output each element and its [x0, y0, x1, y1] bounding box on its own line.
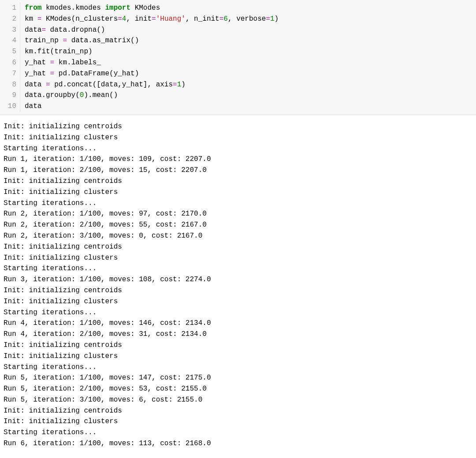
- code-token-operator: =: [152, 15, 156, 23]
- code-token-name: pd.concat([data,y_hat], axis: [50, 81, 173, 89]
- code-token-number: 1: [177, 81, 182, 89]
- code-token-keyword: from: [25, 4, 41, 12]
- code-line[interactable]: data= data.dropna(): [25, 25, 279, 36]
- code-token-number: 1: [270, 15, 275, 23]
- line-number-gutter: 12345678910: [0, 3, 20, 112]
- output-line: Run 2, iteration: 2/100, moves: 55, cost…: [4, 220, 472, 231]
- output-line: Starting iterations...: [4, 362, 472, 373]
- code-token-string: 'Huang': [156, 15, 186, 23]
- code-token-name: data.dropna(): [46, 26, 105, 34]
- line-number: 5: [0, 46, 16, 57]
- code-token-number: 0: [80, 91, 84, 99]
- code-token-operator: =: [63, 37, 67, 45]
- code-token-number: 6: [223, 15, 228, 23]
- code-token-name: km.labels_: [54, 59, 101, 67]
- output-line: Run 4, iteration: 1/100, moves: 146, cos…: [4, 318, 472, 329]
- code-token-name: ): [275, 15, 279, 23]
- code-token-name: , n_init: [186, 15, 219, 23]
- code-body[interactable]: from kmodes.kmodes import KModeskm = KMo…: [20, 3, 279, 112]
- code-token-name: km: [25, 15, 37, 23]
- output-line: Init: initializing centroids: [4, 406, 472, 417]
- line-number: 3: [0, 25, 16, 36]
- code-token-keyword: import: [105, 4, 130, 12]
- code-token-name: data.groupby(: [25, 91, 80, 99]
- code-token-operator: =: [50, 59, 55, 67]
- code-token-name: data.as_matrix(): [67, 37, 139, 45]
- output-line: Run 1, iteration: 1/100, moves: 109, cos…: [4, 154, 472, 165]
- code-token-name: kmodes.kmodes: [41, 4, 105, 12]
- output-line: Run 2, iteration: 3/100, moves: 0, cost:…: [4, 231, 472, 242]
- output-line: Init: initializing clusters: [4, 351, 472, 362]
- line-number: 4: [0, 35, 16, 46]
- code-token-operator: =: [219, 15, 224, 23]
- output-line: Run 5, iteration: 1/100, moves: 147, cos…: [4, 372, 472, 384]
- line-number: 2: [0, 14, 16, 25]
- line-number: 6: [0, 57, 16, 68]
- line-number: 1: [0, 3, 16, 14]
- output-line: Init: initializing clusters: [4, 187, 472, 198]
- code-token-name: km.fit(train_np): [25, 48, 93, 56]
- line-number: 7: [0, 68, 16, 79]
- code-token-operator: =: [118, 15, 122, 23]
- output-line: Starting iterations...: [4, 143, 472, 154]
- line-number: 8: [0, 79, 16, 90]
- code-token-name: ).mean(): [84, 91, 118, 99]
- output-line: Starting iterations...: [4, 427, 472, 438]
- output-line: Starting iterations...: [4, 263, 472, 274]
- code-token-name: ): [181, 81, 186, 89]
- code-token-operator: =: [37, 15, 42, 23]
- code-line[interactable]: km = KModes(n_clusters=4, init='Huang', …: [25, 14, 279, 25]
- code-token-operator: =: [173, 81, 177, 89]
- code-token-name: data: [25, 81, 46, 89]
- output-line: Init: initializing centroids: [4, 242, 472, 253]
- output-line: Run 6, iteration: 1/100, moves: 113, cos…: [4, 438, 472, 449]
- code-line[interactable]: y_hat = km.labels_: [25, 57, 279, 68]
- code-line[interactable]: data.groupby(0).mean(): [25, 90, 279, 101]
- output-line: Init: initializing centroids: [4, 176, 472, 187]
- code-token-name: pd.DataFrame(y_hat): [54, 70, 139, 78]
- output-line: Init: initializing centroids: [4, 121, 472, 132]
- line-number: 9: [0, 90, 16, 101]
- output-line: Init: initializing centroids: [4, 285, 472, 296]
- output-line: Starting iterations...: [4, 307, 472, 318]
- code-line[interactable]: train_np = data.as_matrix(): [25, 35, 279, 46]
- output-line: Init: initializing centroids: [4, 340, 472, 351]
- code-token-name: KModes(n_clusters: [41, 15, 118, 23]
- code-line[interactable]: data = pd.concat([data,y_hat], axis=1): [25, 79, 279, 90]
- code-output-cell: Init: initializing centroidsInit: initia…: [0, 115, 476, 453]
- code-token-name: data: [25, 102, 41, 110]
- code-token-operator: =: [266, 15, 270, 23]
- code-token-name: data: [25, 26, 41, 34]
- output-line: Starting iterations...: [4, 198, 472, 209]
- code-line[interactable]: y_hat = pd.DataFrame(y_hat): [25, 68, 279, 79]
- line-number: 10: [0, 101, 16, 112]
- code-input-cell[interactable]: 12345678910 from kmodes.kmodes import KM…: [0, 0, 476, 115]
- output-line: Run 5, iteration: 3/100, moves: 6, cost:…: [4, 395, 472, 406]
- code-token-name: y_hat: [25, 70, 50, 78]
- code-token-operator: =: [41, 26, 46, 34]
- code-token-operator: =: [50, 70, 55, 78]
- code-token-name: y_hat: [25, 59, 50, 67]
- code-token-operator: =: [46, 81, 50, 89]
- output-line: Run 5, iteration: 2/100, moves: 53, cost…: [4, 384, 472, 395]
- code-token-name: , verbose: [228, 15, 266, 23]
- output-line: Init: initializing clusters: [4, 253, 472, 264]
- output-line: Init: initializing clusters: [4, 296, 472, 307]
- output-line: Run 3, iteration: 1/100, moves: 108, cos…: [4, 274, 472, 285]
- code-line[interactable]: km.fit(train_np): [25, 46, 279, 57]
- code-token-name: , init: [126, 15, 152, 23]
- output-line: Init: initializing clusters: [4, 416, 472, 427]
- code-token-name: KModes: [130, 4, 160, 12]
- output-line: Init: initializing clusters: [4, 132, 472, 143]
- code-line[interactable]: data: [25, 101, 279, 112]
- code-token-name: train_np: [25, 37, 63, 45]
- output-line: Run 4, iteration: 2/100, moves: 31, cost…: [4, 329, 472, 340]
- output-line: Run 2, iteration: 1/100, moves: 97, cost…: [4, 209, 472, 220]
- code-line[interactable]: from kmodes.kmodes import KModes: [25, 3, 279, 14]
- output-line: Run 1, iteration: 2/100, moves: 15, cost…: [4, 165, 472, 176]
